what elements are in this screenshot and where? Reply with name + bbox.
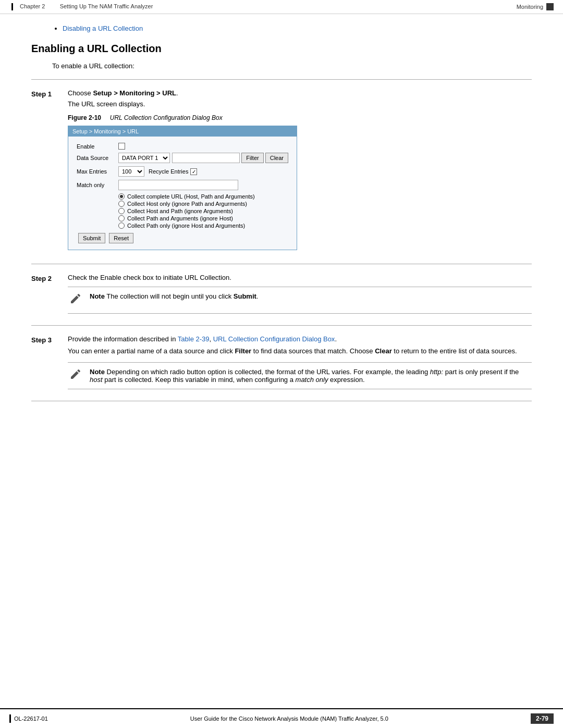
radio-row-3: Collect Path and Arguments (ignore Host): [118, 215, 288, 221]
chapter-info: Chapter 2 Setting Up The NAM Traffic Ana…: [9, 3, 155, 10]
section-marker: [546, 3, 554, 10]
main-content: Disabling a URL Collection Enabling a UR…: [0, 14, 563, 433]
step2-container: Step 2 Check the Enable check box to ini…: [31, 268, 532, 321]
maxentries-select[interactable]: 100: [118, 166, 144, 177]
final-rule: [31, 401, 532, 401]
datasource-filter-input[interactable]: [172, 153, 240, 163]
step3-instruction: Provide the information described in Tab…: [68, 335, 532, 343]
step2-instruction: Check the Enable check box to initiate U…: [68, 274, 532, 281]
note1-icon: [68, 292, 83, 308]
radio-label-4: Collect Path only (ignore Host and Argum…: [127, 223, 245, 229]
radio-label-3: Collect Path and Arguments (ignore Host): [127, 215, 233, 221]
step1-rule: [31, 79, 532, 80]
footer-vert-bar: [9, 714, 11, 723]
radio-label-0: Collect complete URL (Host, Path and Arg…: [127, 193, 255, 200]
dialog-screenshot: Setup > Monitoring > URL Enable Data Sou…: [68, 126, 297, 250]
note2-icon: [68, 368, 83, 384]
vertical-bar-icon: [11, 3, 13, 10]
datasource-select[interactable]: DATA PORT 1: [118, 153, 170, 163]
radio-row-1: Collect Host only (ignore Path and Argur…: [118, 201, 288, 207]
maxentries-label: Max Entries: [77, 168, 118, 175]
radio-row-0: Collect complete URL (Host, Path and Arg…: [118, 193, 288, 200]
step2-label: Step 2: [31, 274, 68, 319]
host-italic: host: [90, 376, 103, 384]
radio-option-3[interactable]: [118, 215, 125, 221]
clear-button[interactable]: Clear: [265, 153, 288, 163]
section-label: Monitoring: [517, 3, 554, 10]
step3-label: Step 3: [31, 335, 68, 394]
footer-left: OL-22617-01: [9, 714, 48, 723]
step3-sub-text: You can enter a partial name of a data s…: [68, 347, 532, 355]
radio-label-1: Collect Host only (ignore Path and Argur…: [127, 201, 247, 207]
step2-rule: [31, 264, 532, 264]
radio-label-2: Collect Host and Path (ignore Arguments): [127, 208, 233, 214]
recycle-label: Recycle Entries: [149, 168, 188, 175]
http-italic: http:: [430, 368, 443, 376]
note1-label: Note: [90, 292, 105, 300]
dialog-body: Enable Data Source DATA PORT 1 Filter Cl…: [68, 137, 297, 250]
dialog-matchonly-row: Match only: [77, 180, 288, 190]
page-footer: OL-22617-01 User Guide for the Cisco Net…: [0, 708, 563, 728]
radio-row-4: Collect Path only (ignore Host and Argum…: [118, 223, 288, 229]
note2-label: Note: [90, 368, 105, 376]
chapter-label: Chapter 2: [20, 3, 45, 9]
radio-option-0[interactable]: [118, 193, 125, 200]
note1-submit-bold: Submit: [234, 292, 256, 300]
matchonly-label: Match only: [77, 182, 118, 188]
bullet-link-section: Disabling a URL Collection: [31, 24, 532, 32]
figure-label: Figure 2-10: [68, 114, 108, 121]
figure-title: URL Collection Configuration Dialog Box: [110, 114, 223, 121]
footer-center: User Guide for the Cisco Network Analysi…: [48, 715, 531, 722]
enable-label: Enable: [77, 143, 118, 150]
dialog-datasource-row: Data Source DATA PORT 1 Filter Clear: [77, 153, 288, 163]
step1-bold: Setup > Monitoring > URL: [93, 89, 176, 97]
intro-text: To enable a URL collection:: [31, 62, 532, 70]
note2-content: Note Depending on which radio button opt…: [90, 368, 532, 384]
chapter-title: Setting Up The NAM Traffic Analyzer: [60, 3, 153, 9]
radio-row-2: Collect Host and Path (ignore Arguments): [118, 208, 288, 214]
submit-button[interactable]: Submit: [78, 233, 105, 243]
radio-option-2[interactable]: [118, 208, 125, 214]
step1-content: Choose Setup > Monitoring > URL. The URL…: [68, 89, 532, 257]
enable-checkbox[interactable]: [118, 143, 125, 150]
matchonly-input[interactable]: [118, 180, 238, 190]
monitoring-label: Monitoring: [517, 4, 543, 10]
disabling-url-link[interactable]: Disabling a URL Collection: [63, 24, 143, 32]
footer-doc-id: OL-22617-01: [14, 715, 48, 722]
datasource-label: Data Source: [77, 155, 118, 161]
note1-text: The collection will not begin until you …: [106, 292, 258, 300]
filter-bold: Filter: [235, 347, 251, 355]
note2-box: Note Depending on which radio button opt…: [68, 362, 532, 389]
footer-page-number: 2-79: [531, 713, 554, 724]
matchonly-italic: match only: [296, 376, 328, 384]
dialog-maxentries-row: Max Entries 100 Recycle Entries ✓: [77, 166, 288, 177]
note1-content: Note The collection will not begin until…: [90, 292, 532, 300]
step2-content: Check the Enable check box to initiate U…: [68, 274, 532, 319]
step3-content: Provide the information described in Tab…: [68, 335, 532, 394]
dialog-enable-row: Enable: [77, 143, 288, 150]
recycle-checkbox[interactable]: ✓: [190, 168, 197, 175]
step3-container: Step 3 Provide the information described…: [31, 330, 532, 397]
reset-button[interactable]: Reset: [109, 233, 133, 243]
dialog-title: Setup > Monitoring > URL: [68, 126, 297, 137]
page-header: Chapter 2 Setting Up The NAM Traffic Ana…: [0, 0, 563, 14]
radio-option-4[interactable]: [118, 223, 125, 229]
filter-button[interactable]: Filter: [241, 153, 263, 163]
note1-box: Note The collection will not begin until…: [68, 287, 532, 314]
step1-instruction: Choose Setup > Monitoring > URL.: [68, 89, 532, 97]
radio-option-1[interactable]: [118, 201, 125, 207]
dialog-radio-group: Collect complete URL (Host, Path and Arg…: [77, 193, 288, 229]
dialog-submit-row: Submit Reset: [77, 233, 288, 243]
dialog-link[interactable]: URL Collection Configuration Dialog Box: [213, 335, 335, 343]
step1-sub-text: The URL screen displays.: [68, 100, 532, 108]
step1-label: Step 1: [31, 89, 68, 257]
step1-container: Step 1 Choose Setup > Monitoring > URL. …: [31, 84, 532, 260]
page-title: Enabling a URL Collection: [31, 43, 532, 55]
table-link[interactable]: Table 2-39: [178, 335, 210, 343]
clear-bold: Clear: [375, 347, 392, 355]
figure-caption: Figure 2-10 URL Collection Configuration…: [68, 114, 532, 121]
step3-rule: [31, 325, 532, 326]
note2-text: Depending on which radio button option i…: [90, 368, 519, 384]
